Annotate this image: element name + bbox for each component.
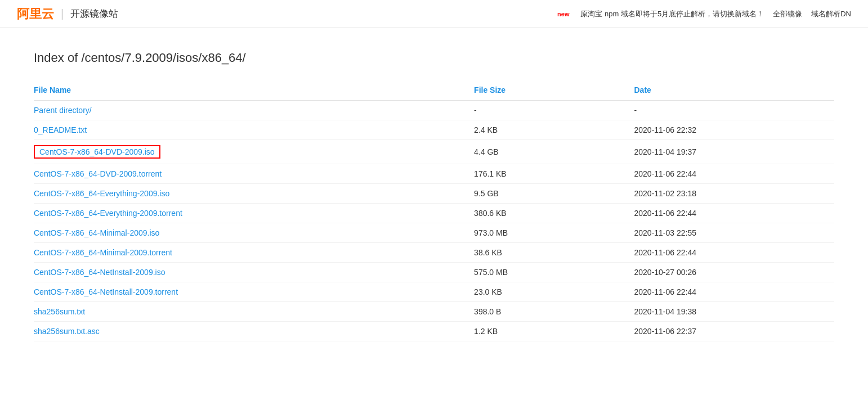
file-link[interactable]: CentOS-7-x86_64-Minimal-2009.iso [34,228,159,237]
file-link[interactable]: CentOS-7-x86_64-Everything-2009.torrent [34,209,182,218]
file-date-cell: - [634,101,834,120]
file-name-cell: CentOS-7-x86_64-NetInstall-2009.torrent [34,282,474,302]
all-mirrors-link[interactable]: 全部镜像 [773,9,802,19]
file-size-cell: 575.0 MB [474,263,634,282]
file-size-cell: 4.4 GB [474,140,634,164]
file-date-cell: 2020-11-06 22:32 [634,120,834,140]
file-link[interactable]: sha256sum.txt.asc [34,327,100,336]
file-name-cell: CentOS-7-x86_64-Everything-2009.torrent [34,204,474,223]
file-link[interactable]: CentOS-7-x86_64-Minimal-2009.torrent [34,248,172,257]
file-date-cell: 2020-10-27 00:26 [634,263,834,282]
file-table: File Name File Size Date Parent director… [34,81,834,341]
table-row: CentOS-7-x86_64-NetInstall-2009.torrent2… [34,282,834,302]
table-row: CentOS-7-x86_64-Minimal-2009.torrent38.6… [34,243,834,263]
col-header-date: Date [634,81,834,101]
file-name-cell: sha256sum.txt [34,302,474,322]
main-content: Index of /centos/7.9.2009/isos/x86_64/ F… [0,28,868,364]
file-size-cell: 973.0 MB [474,223,634,243]
table-row: CentOS-7-x86_64-DVD-2009.torrent176.1 KB… [34,164,834,184]
file-date-cell: 2020-11-03 22:55 [634,223,834,243]
new-badge: new [557,11,569,17]
file-link[interactable]: CentOS-7-x86_64-DVD-2009.torrent [34,169,162,178]
file-date-cell: 2020-11-06 22:44 [634,243,834,263]
file-name-cell: CentOS-7-x86_64-DVD-2009.torrent [34,164,474,184]
table-row: CentOS-7-x86_64-Everything-2009.torrent3… [34,204,834,223]
logo-title: 开源镜像站 [70,7,118,20]
file-link[interactable]: CentOS-7-x86_64-NetInstall-2009.iso [34,268,165,277]
file-size-cell: 9.5 GB [474,184,634,204]
file-size-cell: 38.6 KB [474,243,634,263]
file-link[interactable]: 0_README.txt [34,125,87,134]
table-row: Parent directory/-- [34,101,834,120]
file-size-cell: - [474,101,634,120]
file-name-cell: CentOS-7-x86_64-NetInstall-2009.iso [34,263,474,282]
file-link[interactable]: Parent directory/ [34,106,92,115]
header: 阿里云 | 开源镜像站 new 原淘宝 npm 域名即将于5月底停止解析，请切换… [0,0,868,28]
logo-aliyun: 阿里云 [17,6,54,22]
file-name-cell: CentOS-7-x86_64-Everything-2009.iso [34,184,474,204]
file-date-cell: 2020-11-06 22:37 [634,322,834,341]
file-date-cell: 2020-11-04 19:37 [634,140,834,164]
table-header-row: File Name File Size Date [34,81,834,101]
page-title: Index of /centos/7.9.2009/isos/x86_64/ [34,51,834,65]
table-row: 0_README.txt2.4 KB2020-11-06 22:32 [34,120,834,140]
file-link[interactable]: CentOS-7-x86_64-Everything-2009.iso [34,189,169,198]
file-name-cell: sha256sum.txt.asc [34,322,474,341]
header-notice: 原淘宝 npm 域名即将于5月底停止解析，请切换新域名！ [580,9,764,19]
file-date-cell: 2020-11-06 22:44 [634,164,834,184]
header-left: 阿里云 | 开源镜像站 [17,6,118,22]
table-row: sha256sum.txt398.0 B2020-11-04 19:38 [34,302,834,322]
table-header: File Name File Size Date [34,81,834,101]
header-right: new 原淘宝 npm 域名即将于5月底停止解析，请切换新域名！ 全部镜像 域名… [557,9,851,19]
table-row: CentOS-7-x86_64-DVD-2009.iso4.4 GB2020-1… [34,140,834,164]
table-row: CentOS-7-x86_64-NetInstall-2009.iso575.0… [34,263,834,282]
file-size-cell: 23.0 KB [474,282,634,302]
col-header-name: File Name [34,81,474,101]
col-header-size: File Size [474,81,634,101]
file-name-cell: CentOS-7-x86_64-Minimal-2009.torrent [34,243,474,263]
table-row: sha256sum.txt.asc1.2 KB2020-11-06 22:37 [34,322,834,341]
table-row: CentOS-7-x86_64-Everything-2009.iso9.5 G… [34,184,834,204]
file-date-cell: 2020-11-02 23:18 [634,184,834,204]
file-date-cell: 2020-11-06 22:44 [634,282,834,302]
file-name-cell: Parent directory/ [34,101,474,120]
table-body: Parent directory/--0_README.txt2.4 KB202… [34,101,834,341]
file-size-cell: 380.6 KB [474,204,634,223]
file-size-cell: 2.4 KB [474,120,634,140]
file-size-cell: 398.0 B [474,302,634,322]
file-link[interactable]: sha256sum.txt [34,307,85,316]
file-name-cell: CentOS-7-x86_64-Minimal-2009.iso [34,223,474,243]
table-row: CentOS-7-x86_64-Minimal-2009.iso973.0 MB… [34,223,834,243]
logo-divider: | [61,7,64,20]
dns-link[interactable]: 域名解析DN [811,9,851,19]
file-link[interactable]: CentOS-7-x86_64-NetInstall-2009.torrent [34,287,178,296]
file-size-cell: 1.2 KB [474,322,634,341]
file-name-cell: CentOS-7-x86_64-DVD-2009.iso [34,140,474,164]
file-date-cell: 2020-11-04 19:38 [634,302,834,322]
file-link[interactable]: CentOS-7-x86_64-DVD-2009.iso [34,145,160,159]
file-size-cell: 176.1 KB [474,164,634,184]
file-date-cell: 2020-11-06 22:44 [634,204,834,223]
file-name-cell: 0_README.txt [34,120,474,140]
